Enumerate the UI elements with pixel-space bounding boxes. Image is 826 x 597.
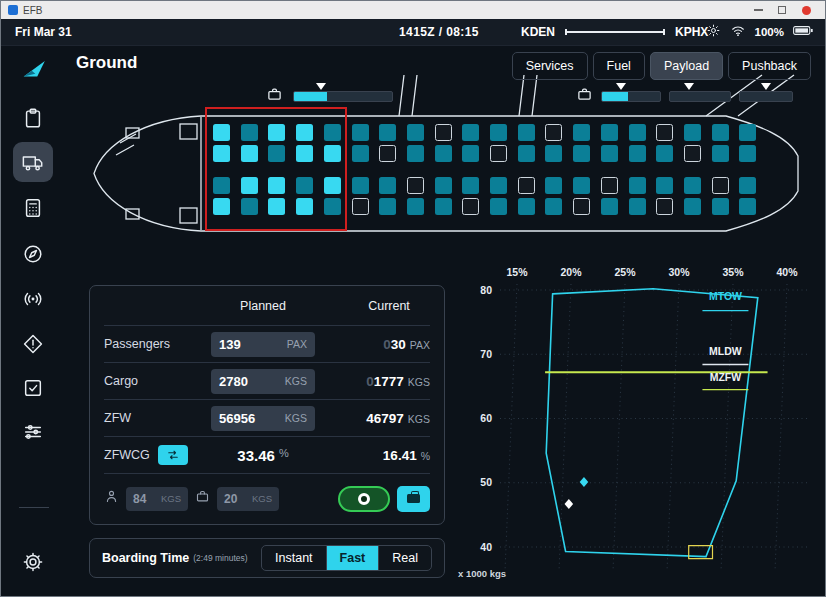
seat[interactable] xyxy=(739,145,756,162)
seat[interactable] xyxy=(656,198,673,215)
pax-weight-input[interactable]: 84KGS xyxy=(126,487,188,511)
cargo-target-marker[interactable] xyxy=(616,83,626,90)
seat[interactable] xyxy=(379,198,396,215)
seat[interactable] xyxy=(352,124,369,141)
cargo-target-marker[interactable] xyxy=(761,83,771,90)
sidebar-item-navigation[interactable] xyxy=(13,234,53,274)
boarding-mode-instant[interactable]: Instant xyxy=(262,546,326,570)
seat[interactable] xyxy=(379,177,396,194)
seat[interactable] xyxy=(268,124,285,141)
seat[interactable] xyxy=(629,198,646,215)
seat[interactable] xyxy=(296,198,313,215)
seat[interactable] xyxy=(518,177,535,194)
seat[interactable] xyxy=(296,177,313,194)
sidebar-item-dispatch[interactable] xyxy=(13,98,53,138)
sidebar-item-settings[interactable] xyxy=(13,542,53,582)
bag-weight-input[interactable]: 20KGS xyxy=(217,487,279,511)
passengers-planned-input[interactable]: 139PAX xyxy=(211,332,315,357)
tab-fuel[interactable]: Fuel xyxy=(593,52,645,80)
seat[interactable] xyxy=(684,177,701,194)
seat[interactable] xyxy=(435,145,452,162)
seat[interactable] xyxy=(656,177,673,194)
seat[interactable] xyxy=(324,177,341,194)
seat[interactable] xyxy=(656,124,673,141)
sidebar-item-checklists[interactable] xyxy=(13,368,53,408)
seat[interactable] xyxy=(490,145,507,162)
cargo-target-marker[interactable] xyxy=(316,83,326,90)
zfw-planned-input[interactable]: 56956KGS xyxy=(211,406,315,431)
cargo-target-marker[interactable] xyxy=(684,83,694,90)
seat[interactable] xyxy=(518,124,535,141)
tab-services[interactable]: Services xyxy=(512,52,588,80)
seat[interactable] xyxy=(241,177,258,194)
seat[interactable] xyxy=(545,124,562,141)
seat[interactable] xyxy=(296,145,313,162)
seat[interactable] xyxy=(601,145,618,162)
seat[interactable] xyxy=(518,145,535,162)
seat[interactable] xyxy=(407,124,424,141)
minimize-button[interactable] xyxy=(746,1,770,19)
seat[interactable] xyxy=(684,145,701,162)
seat[interactable] xyxy=(545,177,562,194)
close-button[interactable] xyxy=(794,1,818,19)
tab-pushback[interactable]: Pushback xyxy=(728,52,811,80)
maximize-button[interactable] xyxy=(770,1,794,19)
seat[interactable] xyxy=(462,198,479,215)
seat[interactable] xyxy=(462,177,479,194)
seat[interactable] xyxy=(213,124,230,141)
sidebar-item-failures[interactable] xyxy=(13,324,53,364)
seat[interactable] xyxy=(684,198,701,215)
sidebar-item-atc[interactable] xyxy=(13,279,53,319)
seat[interactable] xyxy=(712,124,729,141)
seat[interactable] xyxy=(324,145,341,162)
seat[interactable] xyxy=(213,145,230,162)
seat[interactable] xyxy=(545,145,562,162)
seat[interactable] xyxy=(490,124,507,141)
seat[interactable] xyxy=(407,177,424,194)
cargo-load-bar[interactable] xyxy=(739,91,793,102)
seat[interactable] xyxy=(462,124,479,141)
seat[interactable] xyxy=(518,198,535,215)
seat[interactable] xyxy=(296,124,313,141)
seat[interactable] xyxy=(573,198,590,215)
seat[interactable] xyxy=(601,198,618,215)
seat[interactable] xyxy=(379,145,396,162)
seat[interactable] xyxy=(573,145,590,162)
seat[interactable] xyxy=(712,177,729,194)
seat[interactable] xyxy=(545,198,562,215)
wifi-icon[interactable] xyxy=(730,23,746,41)
seat[interactable] xyxy=(739,198,756,215)
seat[interactable] xyxy=(213,198,230,215)
cargo-load-bar[interactable] xyxy=(601,91,661,102)
seat[interactable] xyxy=(352,177,369,194)
seat[interactable] xyxy=(712,198,729,215)
seat[interactable] xyxy=(435,124,452,141)
seat[interactable] xyxy=(241,145,258,162)
cargo-planned-input[interactable]: 2780KGS xyxy=(211,369,315,394)
boarding-mode-fast[interactable]: Fast xyxy=(326,546,379,570)
seat[interactable] xyxy=(629,177,646,194)
sidebar-item-performance[interactable] xyxy=(13,188,53,228)
seat[interactable] xyxy=(407,198,424,215)
seat[interactable] xyxy=(712,145,729,162)
seat[interactable] xyxy=(268,198,285,215)
seat[interactable] xyxy=(268,145,285,162)
seat[interactable] xyxy=(324,124,341,141)
boarding-toggle-button[interactable] xyxy=(338,486,390,512)
seat[interactable] xyxy=(324,198,341,215)
sidebar-item-presets[interactable] xyxy=(13,412,53,452)
seat[interactable] xyxy=(629,124,646,141)
cargo-load-bar[interactable] xyxy=(669,91,731,102)
seat[interactable] xyxy=(407,145,424,162)
seat[interactable] xyxy=(739,124,756,141)
seat[interactable] xyxy=(213,177,230,194)
sidebar-item-ground[interactable] xyxy=(13,142,53,182)
cg-swap-button[interactable] xyxy=(158,445,188,465)
seat[interactable] xyxy=(241,198,258,215)
seat[interactable] xyxy=(573,124,590,141)
seat[interactable] xyxy=(352,145,369,162)
cargo-load-button[interactable] xyxy=(397,486,430,512)
seat[interactable] xyxy=(656,145,673,162)
quick-settings-icon[interactable] xyxy=(706,23,721,41)
seat[interactable] xyxy=(268,177,285,194)
